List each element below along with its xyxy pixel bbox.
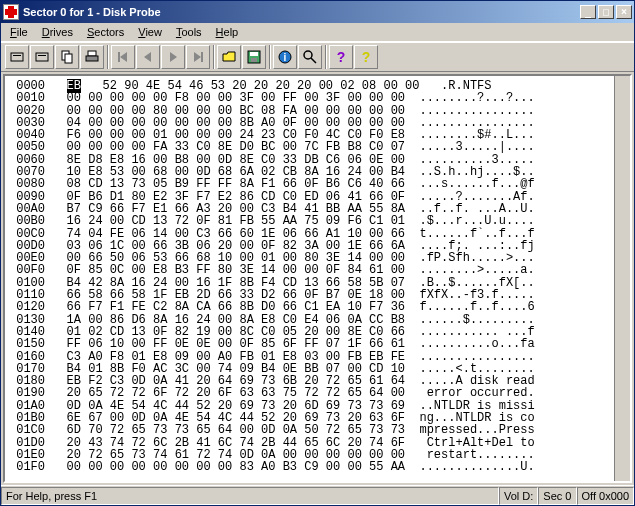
window-title: Sector 0 for 1 - Disk Probe	[23, 6, 580, 18]
svg-rect-13	[201, 52, 203, 62]
next-sector-button[interactable]	[161, 45, 185, 69]
status-offset: Off 0x000	[577, 487, 635, 505]
save-button[interactable]	[242, 45, 266, 69]
svg-rect-1	[13, 55, 21, 56]
context-help-button[interactable]: ?	[354, 45, 378, 69]
svg-text:i: i	[284, 52, 287, 63]
minimize-button[interactable]: _	[580, 5, 596, 19]
svg-marker-10	[144, 52, 151, 62]
hex-viewer[interactable]: 0000 EB 52 90 4E 54 46 53 20 20 20 20 00…	[3, 74, 632, 483]
status-sector: Sec 0	[538, 487, 576, 505]
svg-rect-3	[38, 55, 46, 56]
menubar: File Drives Sectors View Tools Help	[1, 23, 634, 42]
svg-rect-16	[250, 52, 258, 56]
help-button[interactable]: ?	[329, 45, 353, 69]
svg-point-20	[304, 51, 312, 59]
open-volume-button[interactable]	[5, 45, 29, 69]
status-help: For Help, press F1	[1, 487, 499, 505]
svg-rect-5	[65, 54, 72, 63]
app-icon	[3, 4, 19, 20]
statusbar: For Help, press F1 Vol D: Sec 0 Off 0x00…	[1, 485, 634, 505]
last-sector-button[interactable]	[186, 45, 210, 69]
menu-tools[interactable]: Tools	[169, 24, 209, 40]
svg-text:?: ?	[362, 49, 371, 65]
titlebar: Sector 0 for 1 - Disk Probe _ □ ×	[1, 1, 634, 23]
vertical-scrollbar[interactable]	[614, 76, 630, 481]
prev-sector-button[interactable]	[136, 45, 160, 69]
first-sector-button[interactable]	[111, 45, 135, 69]
svg-rect-7	[86, 56, 98, 61]
status-volume: Vol D:	[499, 487, 538, 505]
close-button[interactable]: ×	[616, 5, 632, 19]
open-file-button[interactable]	[217, 45, 241, 69]
maximize-button[interactable]: □	[598, 5, 614, 19]
info-button[interactable]: i	[273, 45, 297, 69]
search-button[interactable]	[298, 45, 322, 69]
menu-file[interactable]: File	[3, 24, 35, 40]
svg-text:?: ?	[337, 49, 346, 65]
svg-rect-8	[118, 52, 120, 62]
svg-line-21	[311, 58, 316, 63]
svg-rect-6	[88, 51, 96, 56]
svg-rect-17	[251, 58, 257, 62]
svg-rect-2	[36, 53, 48, 61]
svg-marker-11	[170, 52, 177, 62]
menu-sectors[interactable]: Sectors	[80, 24, 131, 40]
toolbar: i ? ?	[1, 42, 634, 72]
print-button[interactable]	[80, 45, 104, 69]
menu-view[interactable]: View	[131, 24, 169, 40]
svg-rect-0	[11, 53, 23, 61]
open-drive-button[interactable]	[30, 45, 54, 69]
menu-drives[interactable]: Drives	[35, 24, 80, 40]
menu-help[interactable]: Help	[209, 24, 246, 40]
svg-marker-9	[120, 52, 127, 62]
svg-marker-12	[194, 52, 201, 62]
svg-marker-14	[223, 52, 235, 61]
copy-button[interactable]	[55, 45, 79, 69]
